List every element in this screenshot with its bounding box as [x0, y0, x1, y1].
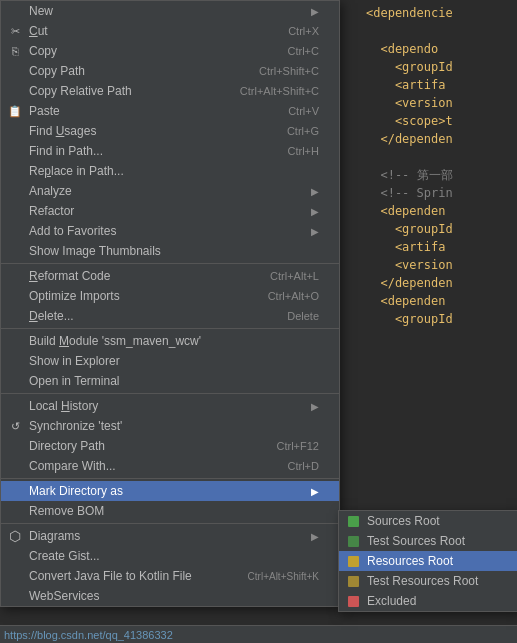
separator-2: [1, 328, 339, 329]
menu-item-reformat-code[interactable]: Reformat Code Ctrl+Alt+L: [1, 266, 339, 286]
separator-4: [1, 478, 339, 479]
menu-item-webservices[interactable]: WebServices: [1, 586, 339, 606]
menu-item-optimize-imports[interactable]: Optimize Imports Ctrl+Alt+O: [1, 286, 339, 306]
submenu-item-excluded[interactable]: Excluded: [339, 591, 517, 611]
url-text: https://blog.csdn.net/qq_41386332: [4, 629, 173, 641]
separator-3: [1, 393, 339, 394]
menu-item-mark-directory-as[interactable]: Mark Directory as ▶: [1, 481, 339, 501]
test-resources-root-label: Test Resources Root: [367, 574, 478, 588]
arrow-icon: ▶: [311, 531, 319, 542]
menu-item-add-to-favorites[interactable]: Add to Favorites ▶: [1, 221, 339, 241]
menu-item-create-gist[interactable]: Create Gist...: [1, 546, 339, 566]
menu-item-compare-with[interactable]: Compare With... Ctrl+D: [1, 456, 339, 476]
sources-root-icon: [345, 513, 361, 529]
menu-item-copy[interactable]: ⎘ Copy Ctrl+C: [1, 41, 339, 61]
menu-item-analyze[interactable]: Analyze ▶: [1, 181, 339, 201]
arrow-icon: ▶: [311, 486, 319, 497]
menu-item-replace-in-path[interactable]: Replace in Path...: [1, 161, 339, 181]
url-bar: https://blog.csdn.net/qq_41386332: [0, 625, 517, 643]
test-sources-root-label: Test Sources Root: [367, 534, 465, 548]
scissors-icon: ✂: [7, 23, 23, 39]
menu-item-local-history[interactable]: Local History ▶: [1, 396, 339, 416]
test-sources-root-icon: [345, 533, 361, 549]
excluded-label: Excluded: [367, 594, 416, 608]
menu-item-synchronize[interactable]: ↺ Synchronize 'test': [1, 416, 339, 436]
submenu-mark-directory: Sources Root Test Sources Root Resources…: [338, 510, 517, 612]
sources-root-label: Sources Root: [367, 514, 440, 528]
menu-item-find-in-path[interactable]: Find in Path... Ctrl+H: [1, 141, 339, 161]
menu-item-cut[interactable]: ✂ Cut Ctrl+X: [1, 21, 339, 41]
menu-item-diagrams[interactable]: ⬡ Diagrams ▶: [1, 526, 339, 546]
arrow-icon: ▶: [311, 226, 319, 237]
submenu-item-sources-root[interactable]: Sources Root: [339, 511, 517, 531]
menu-item-find-usages[interactable]: Find Usages Ctrl+G: [1, 121, 339, 141]
resources-root-label: Resources Root: [367, 554, 453, 568]
test-resources-root-icon: [345, 573, 361, 589]
arrow-icon: ▶: [311, 401, 319, 412]
menu-item-delete[interactable]: Delete... Delete: [1, 306, 339, 326]
separator-1: [1, 263, 339, 264]
menu-item-remove-bom[interactable]: Remove BOM: [1, 501, 339, 521]
menu-item-build-module[interactable]: Build Module 'ssm_maven_wcw': [1, 331, 339, 351]
sync-icon: ↺: [7, 418, 23, 434]
menu-item-new[interactable]: New ▶: [1, 1, 339, 21]
menu-item-convert-java[interactable]: Convert Java File to Kotlin File Ctrl+Al…: [1, 566, 339, 586]
copy-icon: ⎘: [7, 43, 23, 59]
submenu-item-test-sources-root[interactable]: Test Sources Root: [339, 531, 517, 551]
arrow-icon: ▶: [311, 186, 319, 197]
menu-item-copy-path[interactable]: Copy Path Ctrl+Shift+C: [1, 61, 339, 81]
menu-item-open-in-terminal[interactable]: Open in Terminal: [1, 371, 339, 391]
menu-item-show-image-thumbnails[interactable]: Show Image Thumbnails: [1, 241, 339, 261]
submenu-item-resources-root[interactable]: Resources Root: [339, 551, 517, 571]
resources-root-icon: [345, 553, 361, 569]
separator-5: [1, 523, 339, 524]
menu-item-copy-relative-path[interactable]: Copy Relative Path Ctrl+Alt+Shift+C: [1, 81, 339, 101]
menu-item-refactor[interactable]: Refactor ▶: [1, 201, 339, 221]
context-menu: New ▶ ✂ Cut Ctrl+X ⎘ Copy Ctrl+C Copy Pa…: [0, 0, 340, 607]
menu-item-directory-path[interactable]: Directory Path Ctrl+F12: [1, 436, 339, 456]
submenu-item-test-resources-root[interactable]: Test Resources Root: [339, 571, 517, 591]
arrow-icon: ▶: [311, 206, 319, 217]
excluded-icon: [345, 593, 361, 609]
diagrams-icon: ⬡: [7, 528, 23, 544]
menu-item-paste[interactable]: 📋 Paste Ctrl+V: [1, 101, 339, 121]
arrow-icon: ▶: [311, 6, 319, 17]
menu-item-show-in-explorer[interactable]: Show in Explorer: [1, 351, 339, 371]
paste-icon: 📋: [7, 103, 23, 119]
